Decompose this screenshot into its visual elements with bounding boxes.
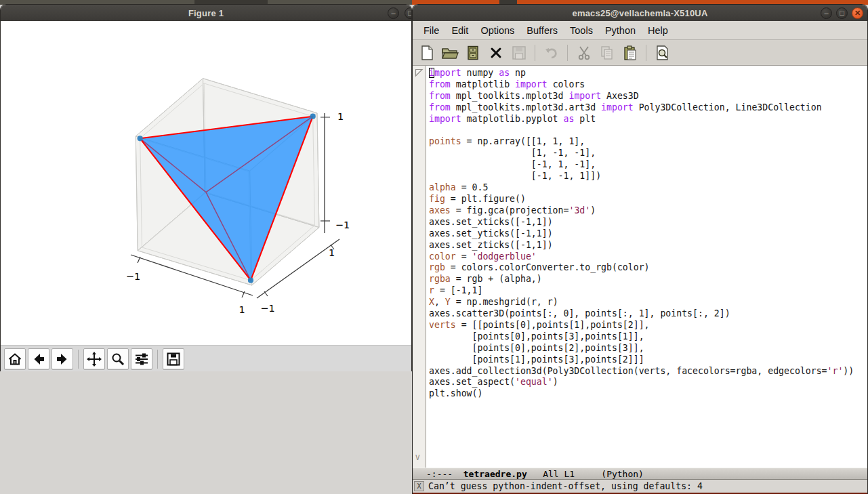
save-icon[interactable] [510, 43, 528, 62]
code-line: axes.set_aspect('equal') [429, 377, 867, 388]
code-line: points = np.array([[1, 1, 1], [429, 136, 867, 148]
code-line: axes = fig.gca(projection='3d') [429, 205, 867, 217]
code-line: alpha = 0.5 [429, 182, 867, 194]
open-folder-icon[interactable] [440, 43, 459, 62]
search-icon[interactable] [653, 43, 671, 62]
home-button[interactable] [4, 348, 26, 370]
code-buffer[interactable]: import numpy as npfrom matplotlib import… [426, 66, 867, 468]
toolbar-separator [646, 45, 646, 61]
modeline-position: All L1 [543, 469, 575, 479]
code-line: axes.add_collection3d(Poly3DCollection(v… [429, 366, 867, 377]
undo-icon[interactable] [542, 43, 560, 62]
emacs-toolbar [413, 39, 867, 66]
paste-icon[interactable] [621, 43, 639, 62]
code-line: r = [-1,1] [429, 285, 867, 297]
menu-tools[interactable]: Tools [564, 23, 599, 38]
figure-title: Figure 1 [188, 8, 224, 18]
menu-python[interactable]: Python [599, 23, 642, 38]
code-line: fig = plt.figure() [429, 194, 867, 205]
code-line [429, 125, 867, 137]
code-line: axes.scatter3D(points[:, 0], points[:, 1… [429, 308, 867, 320]
code-line: axes.set_yticks([-1,1]) [429, 228, 867, 240]
scrollbar[interactable]: V [413, 66, 426, 468]
modeline: -:--- tetraedre.py All L1 (Python) [413, 468, 867, 480]
dired-cabinet-icon[interactable] [463, 43, 482, 62]
emacs-titlebar[interactable]: emacs25@vellachemla-X510UA – □ ✕ [413, 5, 867, 21]
maximize-button[interactable]: □ [405, 7, 411, 19]
figure-titlebar[interactable]: Figure 1 – □ [1, 5, 411, 21]
menu-edit[interactable]: Edit [445, 23, 474, 38]
forward-button[interactable] [51, 348, 73, 370]
code-line: from mpl_toolkits.mplot3d.art3d import P… [429, 102, 867, 114]
code-line: import numpy as np [429, 68, 867, 79]
code-line: [points[0],points[2],points[3]], [429, 343, 867, 354]
code-line: from mpl_toolkits.mplot3d import Axes3D [429, 91, 867, 102]
code-line: X, Y = np.meshgrid(r, r) [429, 297, 867, 308]
code-line: [1, -1, -1], [429, 148, 867, 159]
copy-icon[interactable] [598, 43, 616, 62]
toolbar-separator [157, 350, 158, 369]
toolbar-separator [78, 350, 79, 369]
tetrahedron-3d-plot: −11−11−11 [1, 21, 411, 345]
emacs-editor: V import numpy as npfrom matplotlib impo… [413, 66, 867, 468]
code-line: [-1, 1, -1], [429, 159, 867, 171]
maximize-button[interactable]: □ [836, 7, 848, 19]
configure-subplots-button[interactable] [131, 348, 152, 370]
svg-text:1: 1 [337, 111, 344, 122]
emacs-title: emacs25@vellachemla-X510UA [573, 8, 708, 18]
figure-canvas: −11−11−11 [1, 21, 411, 345]
svg-text:1: 1 [239, 304, 245, 315]
code-line: plt.show() [429, 388, 867, 400]
code-line: rgba = rgb + (alpha,) [429, 274, 867, 285]
toolbar-separator [535, 45, 535, 61]
code-line: [points[0],points[3],points[1]], [429, 331, 867, 343]
toolbar-separator [567, 45, 568, 61]
code-line: import matplotlib.pyplot as plt [429, 114, 867, 125]
figure-window: Figure 1 – □ −11−11−11 [0, 4, 412, 371]
modeline-buffer-name: tetraedre.py [463, 469, 527, 479]
svg-text:−1: −1 [335, 220, 350, 230]
scrollbar-down-arrow-icon[interactable]: V [415, 453, 420, 462]
close-button[interactable]: ✕ [852, 7, 863, 19]
minibuffer-icon: X [414, 481, 424, 491]
menu-buffers[interactable]: Buffers [520, 23, 564, 38]
code-line: color = 'dodgerblue' [429, 251, 867, 263]
text-cursor: i [429, 68, 434, 78]
code-line: axes.set_zticks([-1,1]) [429, 240, 867, 251]
svg-text:−1: −1 [260, 303, 274, 314]
code-line: axes.set_xticks([-1,1]) [429, 217, 867, 228]
echo-area: X Can’t guess python-indent-offset, usin… [413, 480, 867, 494]
emacs-window: emacs25@vellachemla-X510UA – □ ✕ File Ed… [412, 4, 868, 494]
pan-button[interactable] [83, 348, 105, 370]
modeline-coding: -:--- [426, 469, 453, 479]
code-line: verts = [[points[0],points[1],points[2]]… [429, 320, 867, 331]
minimize-button[interactable]: – [821, 7, 832, 19]
back-button[interactable] [28, 348, 49, 370]
cut-icon[interactable] [575, 43, 593, 62]
save-button[interactable] [163, 348, 184, 370]
fringe-arrow-icon [415, 68, 423, 77]
menu-options[interactable]: Options [474, 23, 520, 38]
code-line: from matplotlib import colors [429, 79, 867, 91]
mpl-toolbar [1, 345, 411, 371]
menu-help[interactable]: Help [642, 23, 674, 38]
menu-file[interactable]: File [417, 23, 445, 38]
emacs-menubar: File Edit Options Buffers Tools Python H… [413, 21, 867, 39]
modeline-major-mode: (Python) [601, 469, 644, 479]
code-line: [-1, -1, 1]]) [429, 171, 867, 182]
code-line: rgb = colors.colorConverter.to_rgb(color… [429, 262, 867, 274]
minimize-button[interactable]: – [388, 7, 399, 19]
svg-text:−1: −1 [126, 271, 140, 282]
new-file-icon[interactable] [417, 43, 436, 62]
echo-message: Can’t guess python-indent-offset, using … [428, 481, 703, 491]
zoom-button[interactable] [107, 348, 129, 370]
close-buffer-icon[interactable] [487, 43, 505, 62]
svg-text:1: 1 [329, 247, 335, 258]
code-line: [points[1],points[3],points[2]]] [429, 354, 867, 366]
